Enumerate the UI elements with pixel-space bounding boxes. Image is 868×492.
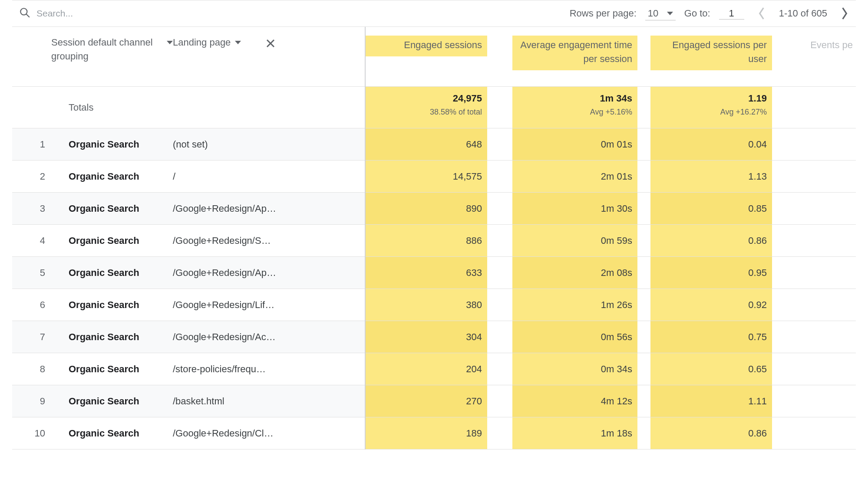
cell-engaged-sessions-per-user: 1.13 (650, 161, 772, 192)
rows-per-page-label: Rows per page: (570, 8, 637, 19)
row-index: 1 (12, 128, 51, 160)
cell-engaged-sessions: 270 (366, 385, 487, 417)
cell-channel: Organic Search (51, 128, 173, 160)
cell-engaged-sessions: 648 (366, 128, 487, 160)
rows-per-page-select[interactable]: 10 (645, 7, 676, 20)
table-row[interactable]: 8Organic Search/store-policies/frequ…204… (12, 353, 856, 385)
svg-point-0 (20, 8, 27, 15)
cell-channel: Organic Search (51, 257, 173, 289)
cell-landing-page: /basket.html (173, 385, 366, 417)
cell-engaged-sessions-per-user: 0.65 (650, 353, 772, 385)
cell-landing-page: /store-policies/frequ… (173, 353, 366, 385)
table-row[interactable]: 1Organic Search(not set)6480m 01s0.04 (12, 128, 856, 161)
table: Session default channel grouping Landing… (12, 27, 856, 449)
primary-dimension-select[interactable]: Session default channel grouping (51, 36, 173, 63)
cell-engaged-sessions-per-user: 0.86 (650, 417, 772, 449)
next-page-button[interactable] (836, 5, 853, 22)
secondary-dimension-label: Landing page (173, 36, 231, 49)
cell-avg-engagement-time: 2m 08s (512, 257, 637, 289)
cell-channel: Organic Search (51, 353, 173, 385)
cell-engaged-sessions-per-user: 0.92 (650, 289, 772, 321)
dropdown-icon (235, 41, 241, 44)
cell-engaged-sessions: 204 (366, 353, 487, 385)
goto-input[interactable] (719, 8, 744, 20)
table-body: 1Organic Search(not set)6480m 01s0.042Or… (12, 128, 856, 449)
table-row[interactable]: 2Organic Search/14,5752m 01s1.13 (12, 161, 856, 193)
table-header: Session default channel grouping Landing… (12, 27, 856, 87)
primary-dimension-label: Session default channel grouping (51, 36, 162, 63)
table-row[interactable]: 3Organic Search/Google+Redesign/Ap…8901m… (12, 193, 856, 225)
cell-landing-page: /Google+Redesign/Ap… (173, 257, 366, 289)
search-input[interactable] (36, 8, 210, 19)
row-index: 3 (12, 193, 51, 224)
cell-avg-engagement-time: 1m 18s (512, 417, 637, 449)
svg-line-1 (26, 14, 30, 17)
column-header-engaged-sessions-per-user[interactable]: Engaged sessions per user (650, 36, 772, 70)
table-row[interactable]: 10Organic Search/Google+Redesign/Cl…1891… (12, 417, 856, 449)
cell-channel: Organic Search (51, 417, 173, 449)
column-header-engaged-sessions[interactable]: Engaged sessions (366, 36, 487, 56)
cell-engaged-sessions: 890 (366, 193, 487, 224)
cell-engaged-sessions: 304 (366, 321, 487, 353)
row-index: 10 (12, 417, 51, 449)
cell-landing-page: /Google+Redesign/S… (173, 225, 366, 256)
rows-per-page-value: 10 (648, 8, 658, 19)
dropdown-icon (167, 41, 173, 44)
table-row[interactable]: 6Organic Search/Google+Redesign/Lif…3801… (12, 289, 856, 321)
cell-landing-page: / (173, 161, 366, 192)
page-range: 1-10 of 605 (779, 8, 827, 19)
cell-engaged-sessions: 633 (366, 257, 487, 289)
row-index: 9 (12, 385, 51, 417)
prev-page-button[interactable] (753, 5, 770, 22)
goto-label: Go to: (684, 8, 710, 19)
cell-channel: Organic Search (51, 289, 173, 321)
search-field[interactable] (19, 7, 262, 20)
remove-secondary-dimension-button[interactable] (263, 36, 278, 51)
column-header-avg-engagement-time[interactable]: Average engagement time per session (512, 36, 637, 70)
cell-landing-page: /Google+Redesign/Ac… (173, 321, 366, 353)
cell-landing-page: /Google+Redesign/Lif… (173, 289, 366, 321)
cell-engaged-sessions-per-user: 0.95 (650, 257, 772, 289)
cell-channel: Organic Search (51, 161, 173, 192)
cell-engaged-sessions: 189 (366, 417, 487, 449)
cell-avg-engagement-time: 0m 01s (512, 128, 637, 160)
cell-engaged-sessions-per-user: 0.04 (650, 128, 772, 160)
cell-channel: Organic Search (51, 225, 173, 256)
row-index: 5 (12, 257, 51, 289)
secondary-dimension-select[interactable]: Landing page (173, 36, 241, 49)
row-index: 7 (12, 321, 51, 353)
column-header-events[interactable]: Events pe (792, 36, 853, 56)
table-row[interactable]: 5Organic Search/Google+Redesign/Ap…6332m… (12, 257, 856, 289)
row-index: 8 (12, 353, 51, 385)
cell-avg-engagement-time: 0m 59s (512, 225, 637, 256)
pagination: Rows per page: 10 Go to: 1-10 of 605 (570, 5, 853, 22)
cell-avg-engagement-time: 0m 56s (512, 321, 637, 353)
cell-engaged-sessions: 380 (366, 289, 487, 321)
row-index: 4 (12, 225, 51, 256)
cell-avg-engagement-time: 2m 01s (512, 161, 637, 192)
cell-engaged-sessions: 14,575 (366, 161, 487, 192)
cell-engaged-sessions-per-user: 1.11 (650, 385, 772, 417)
table-row[interactable]: 7Organic Search/Google+Redesign/Ac…3040m… (12, 321, 856, 353)
frozen-column-divider (365, 27, 366, 449)
table-row[interactable]: 9Organic Search/basket.html2704m 12s1.11 (12, 385, 856, 417)
cell-engaged-sessions-per-user: 0.75 (650, 321, 772, 353)
cell-landing-page: /Google+Redesign/Cl… (173, 417, 366, 449)
dropdown-icon (667, 12, 673, 15)
table-row[interactable]: 4Organic Search/Google+Redesign/S…8860m … (12, 225, 856, 257)
totals-label: Totals (51, 87, 173, 128)
totals-avg-engagement-time: 1m 34s Avg +5.16% (512, 87, 637, 128)
search-icon (19, 7, 30, 20)
cell-avg-engagement-time: 1m 30s (512, 193, 637, 224)
cell-avg-engagement-time: 0m 34s (512, 353, 637, 385)
toolbar: Rows per page: 10 Go to: 1-10 of 605 (12, 0, 856, 27)
row-index: 2 (12, 161, 51, 192)
cell-engaged-sessions: 886 (366, 225, 487, 256)
totals-row: Totals 24,975 38.58% of total 1m 34s Avg… (12, 87, 856, 128)
cell-channel: Organic Search (51, 193, 173, 224)
cell-channel: Organic Search (51, 385, 173, 417)
cell-landing-page: (not set) (173, 128, 366, 160)
totals-engaged-sessions: 24,975 38.58% of total (366, 87, 487, 128)
cell-avg-engagement-time: 1m 26s (512, 289, 637, 321)
cell-engaged-sessions-per-user: 0.85 (650, 193, 772, 224)
